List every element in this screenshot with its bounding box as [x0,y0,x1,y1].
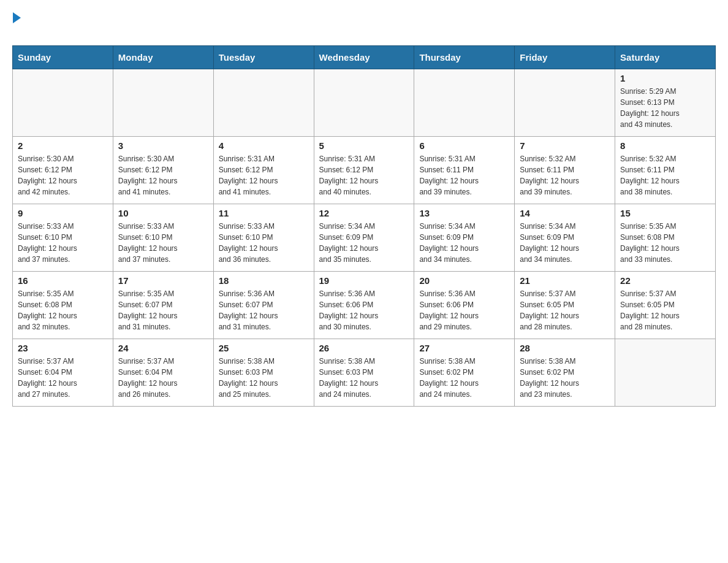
day-number: 7 [520,140,610,151]
day-number: 16 [18,275,108,286]
day-info: Sunrise: 5:38 AMSunset: 6:03 PMDaylight:… [319,356,409,400]
page-header [12,12,716,39]
calendar-day-cell: 5Sunrise: 5:31 AMSunset: 6:12 PMDaylight… [314,137,414,204]
day-info: Sunrise: 5:31 AMSunset: 6:11 PMDaylight:… [419,153,509,197]
day-of-week-header: Tuesday [213,46,314,69]
day-info: Sunrise: 5:34 AMSunset: 6:09 PMDaylight:… [319,221,409,265]
calendar-day-cell [314,69,414,137]
day-info: Sunrise: 5:32 AMSunset: 6:11 PMDaylight:… [520,153,610,197]
day-info: Sunrise: 5:34 AMSunset: 6:09 PMDaylight:… [520,221,610,265]
calendar-week-row: 1Sunrise: 5:29 AMSunset: 6:13 PMDaylight… [13,69,716,137]
day-of-week-header: Saturday [615,46,716,69]
calendar-day-cell: 7Sunrise: 5:32 AMSunset: 6:11 PMDaylight… [515,137,615,204]
calendar-day-cell [13,69,113,137]
calendar-week-row: 16Sunrise: 5:35 AMSunset: 6:08 PMDayligh… [13,272,716,339]
calendar-header: SundayMondayTuesdayWednesdayThursdayFrid… [13,46,716,69]
calendar-body: 1Sunrise: 5:29 AMSunset: 6:13 PMDaylight… [13,69,716,407]
logo-arrow-icon [13,12,21,23]
day-number: 12 [319,208,409,218]
calendar-day-cell: 4Sunrise: 5:31 AMSunset: 6:12 PMDaylight… [213,137,314,204]
calendar-day-cell [515,69,615,137]
calendar-day-cell: 19Sunrise: 5:36 AMSunset: 6:06 PMDayligh… [314,272,414,339]
calendar-day-cell: 9Sunrise: 5:33 AMSunset: 6:10 PMDaylight… [13,204,113,272]
day-number: 26 [319,343,409,353]
day-info: Sunrise: 5:29 AMSunset: 6:13 PMDaylight:… [620,86,710,130]
day-info: Sunrise: 5:38 AMSunset: 6:02 PMDaylight:… [419,356,509,400]
calendar-day-cell: 28Sunrise: 5:38 AMSunset: 6:02 PMDayligh… [515,339,615,407]
calendar-day-cell: 12Sunrise: 5:34 AMSunset: 6:09 PMDayligh… [314,204,414,272]
day-info: Sunrise: 5:38 AMSunset: 6:02 PMDaylight:… [520,356,610,400]
calendar-day-cell: 15Sunrise: 5:35 AMSunset: 6:08 PMDayligh… [615,204,716,272]
calendar-day-cell: 8Sunrise: 5:32 AMSunset: 6:11 PMDaylight… [615,137,716,204]
day-info: Sunrise: 5:32 AMSunset: 6:11 PMDaylight:… [620,153,710,197]
day-info: Sunrise: 5:36 AMSunset: 6:07 PMDaylight:… [219,288,309,332]
calendar-day-cell: 25Sunrise: 5:38 AMSunset: 6:03 PMDayligh… [213,339,314,407]
calendar-day-cell: 22Sunrise: 5:37 AMSunset: 6:05 PMDayligh… [615,272,716,339]
calendar-day-cell: 14Sunrise: 5:34 AMSunset: 6:09 PMDayligh… [515,204,615,272]
day-number: 2 [18,140,108,151]
day-number: 11 [219,208,309,218]
day-number: 17 [118,275,208,286]
day-number: 6 [419,140,509,151]
day-info: Sunrise: 5:35 AMSunset: 6:08 PMDaylight:… [18,288,108,332]
days-of-week-row: SundayMondayTuesdayWednesdayThursdayFrid… [13,46,716,69]
calendar-day-cell: 13Sunrise: 5:34 AMSunset: 6:09 PMDayligh… [414,204,515,272]
day-info: Sunrise: 5:37 AMSunset: 6:04 PMDaylight:… [118,356,208,400]
day-info: Sunrise: 5:30 AMSunset: 6:12 PMDaylight:… [118,153,208,197]
day-number: 9 [18,208,108,218]
day-info: Sunrise: 5:31 AMSunset: 6:12 PMDaylight:… [319,153,409,197]
day-of-week-header: Thursday [414,46,515,69]
day-info: Sunrise: 5:36 AMSunset: 6:06 PMDaylight:… [319,288,409,332]
day-info: Sunrise: 5:33 AMSunset: 6:10 PMDaylight:… [219,221,309,265]
day-number: 23 [18,343,108,353]
day-of-week-header: Wednesday [314,46,414,69]
day-info: Sunrise: 5:38 AMSunset: 6:03 PMDaylight:… [219,356,309,400]
calendar-day-cell [414,69,515,137]
day-number: 19 [319,275,409,286]
day-info: Sunrise: 5:36 AMSunset: 6:06 PMDaylight:… [419,288,509,332]
day-number: 5 [319,140,409,151]
day-info: Sunrise: 5:37 AMSunset: 6:05 PMDaylight:… [520,288,610,332]
day-number: 24 [118,343,208,353]
day-of-week-header: Friday [515,46,615,69]
calendar-day-cell: 16Sunrise: 5:35 AMSunset: 6:08 PMDayligh… [13,272,113,339]
day-info: Sunrise: 5:30 AMSunset: 6:12 PMDaylight:… [18,153,108,197]
day-number: 3 [118,140,208,151]
calendar-day-cell: 26Sunrise: 5:38 AMSunset: 6:03 PMDayligh… [314,339,414,407]
day-of-week-header: Monday [113,46,213,69]
calendar-day-cell: 10Sunrise: 5:33 AMSunset: 6:10 PMDayligh… [113,204,213,272]
day-number: 15 [620,208,710,218]
day-info: Sunrise: 5:37 AMSunset: 6:05 PMDaylight:… [620,288,710,332]
day-number: 18 [219,275,309,286]
calendar-week-row: 23Sunrise: 5:37 AMSunset: 6:04 PMDayligh… [13,339,716,407]
day-info: Sunrise: 5:37 AMSunset: 6:04 PMDaylight:… [18,356,108,400]
day-number: 13 [419,208,509,218]
day-info: Sunrise: 5:31 AMSunset: 6:12 PMDaylight:… [219,153,309,197]
calendar-table: SundayMondayTuesdayWednesdayThursdayFrid… [12,45,716,407]
day-number: 22 [620,275,710,286]
day-info: Sunrise: 5:33 AMSunset: 6:10 PMDaylight:… [18,221,108,265]
day-info: Sunrise: 5:34 AMSunset: 6:09 PMDaylight:… [419,221,509,265]
calendar-day-cell: 24Sunrise: 5:37 AMSunset: 6:04 PMDayligh… [113,339,213,407]
calendar-day-cell: 21Sunrise: 5:37 AMSunset: 6:05 PMDayligh… [515,272,615,339]
day-number: 10 [118,208,208,218]
day-number: 21 [520,275,610,286]
day-number: 28 [520,343,610,353]
day-number: 14 [520,208,610,218]
day-info: Sunrise: 5:35 AMSunset: 6:07 PMDaylight:… [118,288,208,332]
day-number: 27 [419,343,509,353]
day-of-week-header: Sunday [13,46,113,69]
calendar-day-cell: 18Sunrise: 5:36 AMSunset: 6:07 PMDayligh… [213,272,314,339]
day-info: Sunrise: 5:33 AMSunset: 6:10 PMDaylight:… [118,221,208,265]
logo [12,12,21,39]
calendar-day-cell [113,69,213,137]
calendar-day-cell: 17Sunrise: 5:35 AMSunset: 6:07 PMDayligh… [113,272,213,339]
calendar-week-row: 9Sunrise: 5:33 AMSunset: 6:10 PMDaylight… [13,204,716,272]
day-number: 4 [219,140,309,151]
day-number: 25 [219,343,309,353]
calendar-day-cell [213,69,314,137]
calendar-day-cell: 27Sunrise: 5:38 AMSunset: 6:02 PMDayligh… [414,339,515,407]
calendar-day-cell: 3Sunrise: 5:30 AMSunset: 6:12 PMDaylight… [113,137,213,204]
calendar-day-cell: 1Sunrise: 5:29 AMSunset: 6:13 PMDaylight… [615,69,716,137]
calendar-day-cell: 23Sunrise: 5:37 AMSunset: 6:04 PMDayligh… [13,339,113,407]
